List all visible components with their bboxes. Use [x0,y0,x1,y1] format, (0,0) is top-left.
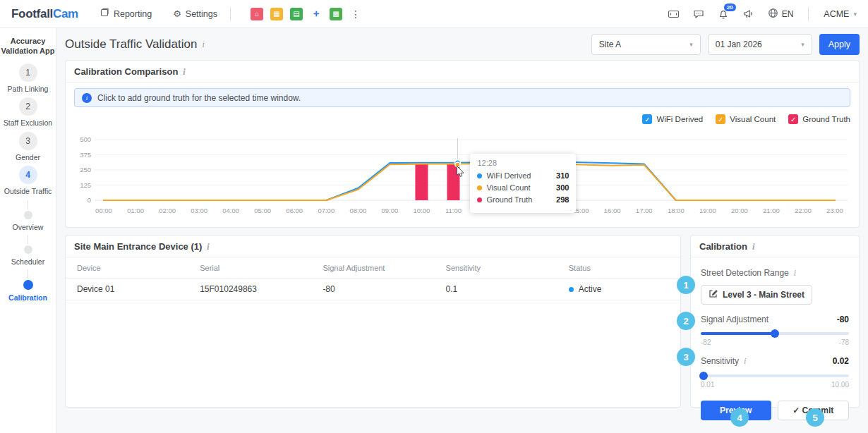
device-name-cell: Device 01 [66,279,188,300]
slider-fill [701,332,775,335]
svg-text:17:00: 17:00 [636,207,653,214]
date-select[interactable]: 01 Jan 2026 ▾ [708,34,812,55]
info-icon[interactable]: i [752,242,754,252]
svg-text:04:00: 04:00 [222,207,239,214]
signal-cell: -80 [311,279,434,300]
svg-text:05:00: 05:00 [254,207,271,214]
globe-icon [768,8,778,20]
sensitivity-cell: 0.1 [435,279,557,300]
store-app-icon[interactable]: ⌂ [251,8,263,20]
table-row[interactable]: Device 01 15F010249863 -80 0.1 Active [66,279,680,300]
svg-text:22:00: 22:00 [795,207,812,214]
checkbox-checked-icon: ✓ [716,114,725,124]
sensitivity-value: 0.02 [833,356,849,366]
tooltip-row: Ground Truth 298 [477,195,569,204]
comparison-card-title: Calibration Comparisoni [66,61,859,83]
apply-button[interactable]: Apply [819,34,860,55]
step-connector [28,235,28,244]
sidebar: Accuracy Validation App 1 Path Linking 2… [0,28,56,433]
reporting-icon [100,8,109,20]
serial-cell: 15F010249863 [188,279,311,300]
legend-ground-truth[interactable]: ✓ Ground Truth [788,114,850,124]
menu-reporting[interactable]: Reporting [100,8,152,20]
info-icon: i [82,93,92,103]
svg-text:16:00: 16:00 [604,207,621,214]
calendar-app-icon[interactable]: ▩ [330,8,342,20]
svg-text:00:00: 00:00 [95,207,112,214]
sidebar-substep-overview[interactable]: Overview [0,211,56,231]
sensitivity-label: Sensitivityi [701,356,746,367]
sidebar-step-staff-exclusion[interactable]: 2 Staff Exclusion [0,97,56,128]
substep-dot-active [23,280,33,290]
info-icon[interactable]: i [183,67,185,77]
info-icon[interactable]: i [794,268,796,278]
megaphone-icon[interactable] [742,8,754,19]
footfallcam-logo[interactable]: FootfallCam [11,7,78,21]
sheet-app-icon[interactable]: ▤ [290,8,303,20]
menu-settings[interactable]: ⚙ Settings [173,8,217,19]
slider-handle[interactable] [771,329,779,338]
series-dot [477,185,482,190]
account-menu[interactable]: ACME ▾ [824,9,857,19]
edit-icon [709,289,718,300]
svg-text:11:00: 11:00 [445,207,462,214]
device-table: Device Serial Signal Adjustment Sensitiv… [66,257,680,300]
site-select[interactable]: Site A ▾ [591,34,701,55]
sensitivity-min-label: 0.01 [701,381,714,389]
wallet-icon[interactable] [668,9,680,19]
calibration-comparison-chart[interactable]: 012525037550000:0001:0002:0003:0004:0005… [73,131,852,224]
calibration-panel-title: Calibrationi [691,236,859,257]
chevron-down-icon: ▾ [801,41,804,48]
col-sensitivity: Sensitivity [435,257,557,279]
info-icon[interactable]: i [744,356,746,366]
signal-adjustment-slider[interactable] [701,332,849,335]
sidebar-step-gender[interactable]: 3 Gender [0,132,56,162]
status-cell: Active [557,279,680,300]
svg-text:125: 125 [80,181,91,189]
chart-tooltip: 12:28 WiFi Derived 310 Visual Count 300 … [470,154,576,213]
tooltip-row: WiFi Derived 310 [477,171,569,180]
chat-icon[interactable] [693,8,704,19]
info-icon[interactable]: i [207,242,209,252]
signal-max-label: -78 [839,339,849,346]
col-signal-adjustment: Signal Adjustment [311,257,434,279]
sidebar-step-outside-traffic[interactable]: 4 Outside Traffic [0,166,56,196]
series-dot [477,173,482,178]
annotation-badge-1: 1 [677,276,695,294]
svg-text:375: 375 [80,151,91,159]
sidebar-substep-scheduler[interactable]: Scheduler [0,245,56,266]
svg-text:09:00: 09:00 [382,207,399,214]
chevron-down-icon: ▾ [689,41,693,48]
ground-truth-banner[interactable]: i Click to add ground truth for the sele… [74,88,850,107]
tooltip-row: Visual Count 300 [477,183,569,192]
checkbox-checked-icon: ✓ [788,114,798,124]
annotation-badge-3: 3 [677,348,695,366]
legend-wifi-derived[interactable]: ✓ WiFi Derived [642,114,703,124]
sidebar-substep-calibration[interactable]: Calibration [0,280,56,302]
step-connector [28,269,28,279]
people-counter-app-icon[interactable]: ✛ [310,8,323,20]
bell-icon[interactable]: 20 [718,8,729,20]
col-serial: Serial [188,257,311,279]
slider-handle[interactable] [699,372,708,380]
sensitivity-slider[interactable] [701,374,849,377]
status-dot [569,287,574,292]
chart-canvas[interactable]: 012525037550000:0001:0002:0003:0004:0005… [73,131,853,224]
info-icon[interactable]: i [202,39,204,50]
svg-text:20:00: 20:00 [731,207,748,214]
chart-app-icon[interactable]: ▦ [270,8,283,20]
more-apps-icon[interactable]: ⋮ [351,8,361,20]
substep-dot [24,211,32,219]
legend-visual-count[interactable]: ✓ Visual Count [716,114,776,124]
language-selector[interactable]: EN [768,8,794,20]
svg-text:250: 250 [80,166,91,173]
status-badge: Active [579,284,602,294]
chevron-down-icon: ▾ [853,11,857,18]
svg-text:19:00: 19:00 [699,207,716,214]
col-device: Device [66,257,188,279]
signal-min-label: -82 [701,339,711,346]
sidebar-step-path-linking[interactable]: 1 Path Linking [0,63,56,94]
topbar: FootfallCam Reporting ⚙ Settings ⌂ ▦ ▤ ✛… [0,0,868,28]
street-detection-range-button[interactable]: Level 3 - Main Street [701,285,812,305]
annotation-badge-5: 5 [806,408,824,427]
